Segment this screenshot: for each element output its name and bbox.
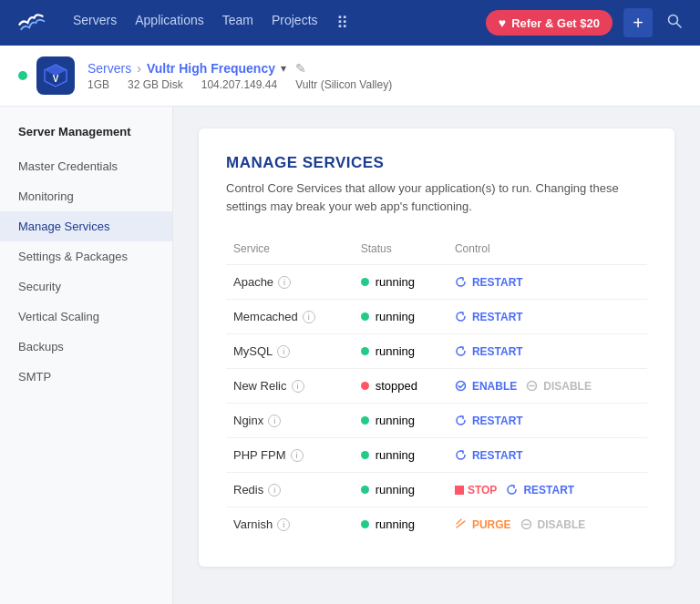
status-label: running: [376, 483, 415, 497]
service-name-php-fpm: PHP FPM i: [233, 448, 346, 462]
breadcrumb-server-name[interactable]: Vultr High Frequency: [147, 61, 275, 76]
control-cell: RESTART: [455, 449, 640, 462]
breadcrumb-bar: V Servers › Vultr High Frequency ▾ ✎ 1GB…: [0, 46, 700, 107]
status-cell: stopped: [361, 379, 440, 393]
service-name-memcached: Memcached i: [233, 310, 346, 323]
status-dot: [361, 347, 369, 355]
stop-icon: [455, 486, 464, 495]
status-label: stopped: [376, 379, 417, 393]
status-cell: running: [361, 310, 440, 323]
info-icon[interactable]: i: [291, 449, 304, 462]
breadcrumb-path: Servers › Vultr High Frequency ▾ ✎: [88, 61, 392, 76]
sidebar-item-master-credentials[interactable]: Master Credentials: [0, 151, 172, 181]
status-label: running: [376, 344, 415, 358]
table-row: MySQL i running RESTART: [226, 334, 647, 369]
purge-button[interactable]: PURGE: [455, 518, 511, 531]
col-service: Service: [226, 237, 354, 265]
nav-right: ♥ Refer & Get $20 +: [486, 8, 685, 37]
add-button[interactable]: +: [623, 8, 653, 37]
heart-icon: ♥: [499, 15, 506, 30]
content-card: MANAGE SERVICES Control Core Services th…: [199, 128, 674, 567]
info-icon[interactable]: i: [278, 276, 291, 289]
main-layout: Server Management Master Credentials Mon…: [0, 107, 700, 604]
status-dot: [361, 451, 369, 459]
control-cell: STOP RESTART: [455, 484, 640, 497]
table-row: New Relic i stopped ENABLE DISABLE: [226, 369, 647, 404]
info-icon[interactable]: i: [277, 518, 290, 531]
status-cell: running: [361, 517, 440, 531]
sidebar-item-security[interactable]: Security: [0, 271, 172, 302]
control-cell: RESTART: [455, 345, 640, 358]
services-table: Service Status Control Apache i running …: [226, 237, 647, 541]
svg-text:V: V: [53, 74, 59, 84]
disable-button[interactable]: DISABLE: [520, 518, 586, 531]
sidebar-item-vertical-scaling[interactable]: Vertical Scaling: [0, 302, 172, 332]
refer-button[interactable]: ♥ Refer & Get $20: [486, 10, 612, 36]
sidebar-item-backups[interactable]: Backups: [0, 332, 172, 362]
nav-applications[interactable]: Applications: [135, 13, 204, 33]
table-row: PHP FPM i running RESTART: [226, 438, 647, 473]
server-ram: 1GB: [88, 78, 109, 91]
breadcrumb-edit-icon[interactable]: ✎: [295, 61, 306, 76]
sidebar-item-manage-services[interactable]: Manage Services: [0, 211, 172, 241]
status-label: running: [376, 310, 415, 323]
info-icon[interactable]: i: [277, 345, 290, 358]
server-ip: 104.207.149.44: [201, 78, 277, 91]
service-name-nginx: Nginx i: [233, 414, 346, 427]
nav-team[interactable]: Team: [222, 13, 253, 33]
restart-button[interactable]: RESTART: [455, 415, 523, 427]
service-name-apache: Apache i: [233, 275, 346, 289]
sidebar-item-monitoring[interactable]: Monitoring: [0, 181, 172, 211]
status-dot: [361, 312, 369, 321]
breadcrumb-servers-link[interactable]: Servers: [88, 61, 131, 76]
page-title: MANAGE SERVICES: [226, 154, 647, 172]
breadcrumb-dropdown-icon[interactable]: ▾: [281, 62, 286, 75]
table-row: Memcached i running RESTART: [226, 300, 647, 334]
restart-button[interactable]: RESTART: [506, 484, 574, 497]
table-row: Nginx i running RESTART: [226, 404, 647, 438]
grid-icon[interactable]: ⠿: [336, 13, 348, 33]
enable-button[interactable]: ENABLE: [455, 380, 517, 393]
table-row: Apache i running RESTART: [226, 265, 647, 300]
status-cell: running: [361, 344, 440, 358]
table-row: Varnish i running PURGE DISABLE: [226, 507, 647, 542]
info-icon[interactable]: i: [268, 484, 281, 497]
search-button[interactable]: [664, 10, 685, 36]
nav-servers[interactable]: Servers: [73, 13, 117, 33]
control-cell: RESTART: [455, 415, 640, 427]
col-status: Status: [354, 237, 448, 265]
status-dot: [361, 278, 369, 286]
status-label: running: [376, 414, 415, 427]
svg-line-2: [677, 24, 682, 28]
sidebar-title: Server Management: [0, 125, 172, 151]
restart-button[interactable]: RESTART: [455, 276, 523, 289]
restart-button[interactable]: RESTART: [455, 449, 523, 462]
restart-button[interactable]: RESTART: [455, 345, 523, 358]
restart-button[interactable]: RESTART: [455, 311, 523, 323]
status-dot: [361, 486, 369, 494]
info-icon[interactable]: i: [292, 380, 304, 393]
svg-point-6: [456, 382, 465, 391]
refer-label: Refer & Get $20: [511, 16, 600, 30]
status-label: running: [376, 275, 415, 289]
breadcrumb-separator: ›: [137, 61, 141, 76]
service-name-redis: Redis i: [233, 483, 346, 497]
control-cell: RESTART: [455, 276, 640, 289]
server-location: Vultr (Silicon Valley): [295, 78, 392, 91]
status-dot: [361, 416, 369, 425]
disable-button[interactable]: DISABLE: [526, 380, 592, 393]
sidebar-item-smtp[interactable]: SMTP: [0, 362, 172, 392]
status-cell: running: [361, 414, 440, 427]
nav-projects[interactable]: Projects: [272, 13, 318, 33]
status-label: running: [376, 448, 415, 462]
control-cell: RESTART: [455, 311, 640, 323]
server-meta: 1GB 32 GB Disk 104.207.149.44 Vultr (Sil…: [88, 78, 392, 91]
sidebar-item-settings-packages[interactable]: Settings & Packages: [0, 241, 172, 271]
table-row: Redis i running STOP RESTART: [226, 473, 647, 507]
logo[interactable]: [15, 6, 47, 39]
stop-button[interactable]: STOP: [455, 484, 497, 497]
status-cell: running: [361, 448, 440, 462]
info-icon[interactable]: i: [303, 311, 315, 323]
sidebar: Server Management Master Credentials Mon…: [0, 107, 173, 604]
info-icon[interactable]: i: [268, 415, 281, 427]
